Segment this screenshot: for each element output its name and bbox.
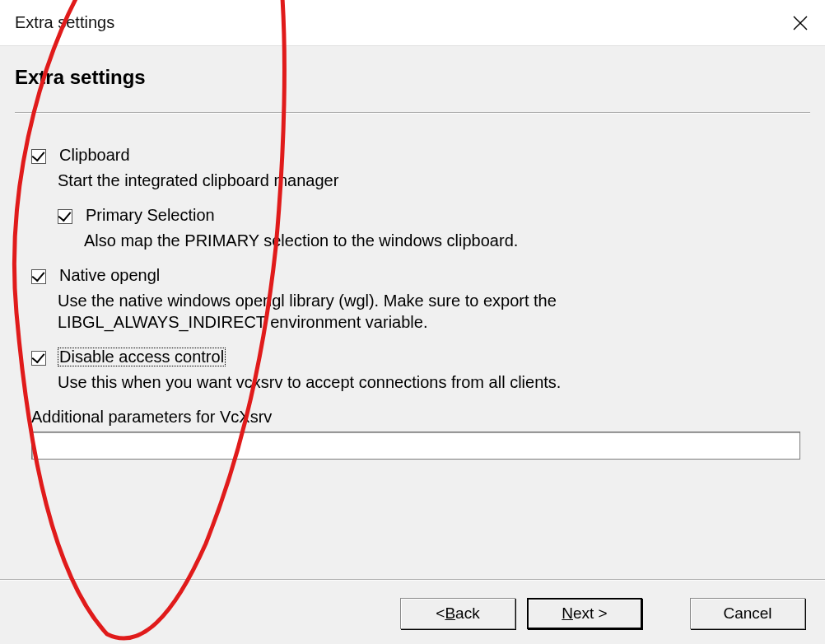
native-opengl-label[interactable]: Native opengl (58, 266, 161, 285)
titlebar: Extra settings (0, 0, 825, 46)
button-spacer (654, 598, 678, 629)
native-opengl-checkbox[interactable] (31, 269, 46, 284)
page-title: Extra settings (15, 66, 810, 89)
back-button[interactable]: < Back (400, 598, 515, 629)
additional-params-label: Additional parameters for VcXsrv (31, 408, 794, 427)
cancel-button[interactable]: Cancel (690, 598, 805, 629)
dialog-window: Extra settings Extra settings Clipboard … (0, 0, 825, 644)
next-button[interactable]: Next > (527, 598, 642, 629)
content-area: Clipboard Start the integrated clipboard… (0, 113, 825, 460)
close-button[interactable] (776, 0, 825, 46)
back-pre: < (436, 604, 445, 623)
additional-params-input[interactable] (31, 432, 800, 460)
clipboard-desc: Start the integrated clipboard manager (58, 170, 741, 191)
native-opengl-desc: Use the native windows opengl library (w… (58, 290, 741, 333)
primary-selection-desc: Also map the PRIMARY selection to the wi… (84, 230, 767, 251)
clipboard-checkbox[interactable] (31, 149, 46, 164)
next-post: ext > (573, 604, 608, 623)
page-header: Extra settings (0, 46, 825, 112)
clipboard-label[interactable]: Clipboard (58, 146, 132, 165)
window-title: Extra settings (15, 13, 114, 32)
disable-access-control-checkbox[interactable] (31, 351, 46, 366)
disable-access-control-label[interactable]: Disable access control (58, 348, 226, 366)
close-icon (793, 16, 808, 30)
primary-selection-checkbox[interactable] (58, 209, 72, 224)
next-accel: N (562, 604, 573, 623)
primary-selection-label[interactable]: Primary Selection (84, 206, 217, 225)
disable-access-control-desc: Use this when you want vcxsrv to accept … (58, 371, 741, 393)
back-accel: B (445, 604, 455, 623)
back-post: ack (455, 604, 480, 623)
footer-bar: < Back Next > Cancel (0, 579, 825, 629)
